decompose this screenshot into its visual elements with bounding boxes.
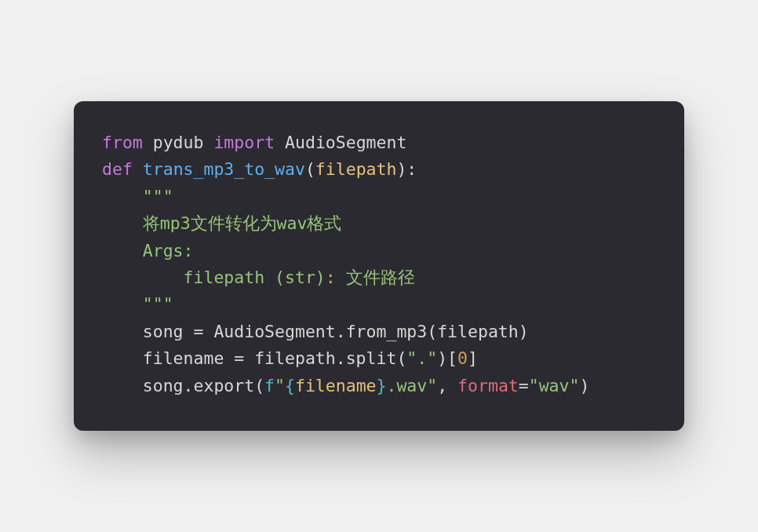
keyword-def: def — [102, 159, 133, 179]
code-line-split-a: filename = filepath.split( — [102, 348, 406, 368]
code-line-assign-song: song = AudioSegment.from_mp3(filepath) — [102, 322, 529, 341]
func-name: trans_mp3_to_wav — [143, 159, 305, 179]
module-pydub: pydub — [153, 133, 204, 152]
fstring-rest: .wav" — [386, 376, 437, 395]
punct-lparen: ( — [305, 159, 315, 179]
fstring-var: filename — [295, 376, 377, 395]
keyword-from: from — [102, 133, 143, 152]
docstring-open: """ — [102, 187, 173, 206]
code-card: from pydub import AudioSegment def trans… — [74, 101, 684, 431]
punct-close: ) — [579, 376, 589, 395]
docstring-close: """ — [102, 294, 173, 314]
param-filepath: filepath — [315, 159, 397, 179]
string-wav: "wav" — [529, 376, 580, 395]
equals: = — [519, 376, 529, 395]
docstring-line: Args: — [102, 241, 194, 261]
fstring-open-quote: " — [275, 376, 285, 395]
code-line-export-a: song.export( — [102, 376, 264, 395]
fstring-lbrace: { — [285, 376, 295, 395]
code-line-split-b: )[ — [437, 348, 457, 368]
code-block[interactable]: from pydub import AudioSegment def trans… — [102, 129, 656, 399]
docstring-line: filepath (str): 文件路径 — [102, 268, 415, 287]
code-line-split-c: ] — [468, 348, 478, 368]
docstring-line: 将mp3文件转化为wav格式 — [102, 213, 341, 233]
keyword-import: import — [213, 133, 275, 152]
punct-rparen-colon: ): — [396, 159, 417, 179]
comma-sep: , — [437, 376, 457, 395]
kwarg-format: format — [457, 376, 519, 395]
fstring-prefix: f — [264, 376, 275, 395]
string-dot: "." — [406, 348, 437, 368]
number-zero: 0 — [457, 348, 468, 368]
module-audiosegment: AudioSegment — [285, 133, 406, 152]
fstring-rbrace: } — [377, 376, 387, 395]
